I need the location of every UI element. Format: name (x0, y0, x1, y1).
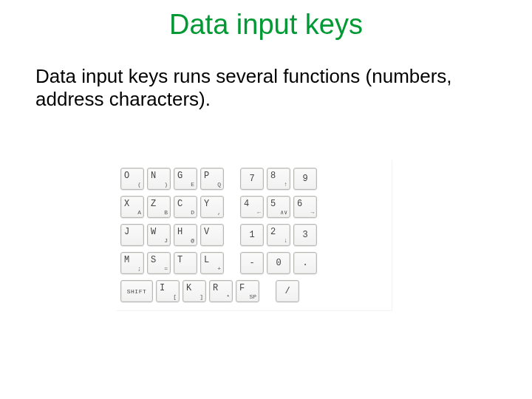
keyboard-row: J WJ H@ V 1 2↓ 3 (120, 224, 386, 246)
key: H@ (174, 224, 197, 246)
key: 8↑ (267, 168, 290, 190)
key: 0 (267, 252, 290, 274)
keyboard-row: SHIFT I[ K] R* FSP / (120, 280, 386, 302)
key: 5∧∨ (267, 196, 290, 218)
key: 4← (240, 196, 264, 218)
key-gap (227, 196, 237, 218)
key: 7 (240, 168, 264, 190)
key: XA (120, 196, 144, 218)
key: 3 (293, 224, 317, 246)
key: M; (120, 252, 144, 274)
key: 2↓ (267, 224, 290, 246)
key: WJ (147, 224, 171, 246)
shift-key: SHIFT (120, 280, 153, 302)
slide: Data input keys Data input keys runs sev… (0, 0, 532, 399)
key: L+ (200, 252, 224, 274)
key: O( (120, 168, 144, 190)
key: S= (147, 252, 171, 274)
key: 1 (240, 224, 264, 246)
key: R* (209, 280, 233, 302)
keyboard-image: O( N) GE PQ 7 8↑ 9 XA ZB CD Y, 4← 5∧∨ 6→… (115, 160, 392, 310)
key: 9 (293, 168, 317, 190)
key: K] (183, 280, 206, 302)
key-gap (227, 168, 237, 190)
key: ZB (147, 196, 171, 218)
key: Y, (200, 196, 224, 218)
slide-title: Data input keys (0, 9, 532, 41)
key: - (240, 252, 264, 274)
keyboard-row: XA ZB CD Y, 4← 5∧∨ 6→ (120, 196, 386, 218)
key: PQ (200, 168, 224, 190)
key-gap (227, 252, 237, 274)
key: FSP (236, 280, 259, 302)
keyboard-row: O( N) GE PQ 7 8↑ 9 (120, 168, 386, 190)
key: T (174, 252, 197, 274)
key: GE (174, 168, 197, 190)
key: / (276, 280, 299, 302)
key-gap (227, 224, 237, 246)
key: J (120, 224, 144, 246)
key: N) (147, 168, 171, 190)
keyboard-row: M; S= T L+ - 0 . (120, 252, 386, 274)
slide-body: Data input keys runs several functions (… (35, 65, 488, 111)
key: V (200, 224, 224, 246)
key-gap (262, 280, 273, 302)
key: I[ (156, 280, 180, 302)
key: . (293, 252, 317, 274)
key: 6→ (293, 196, 317, 218)
key: CD (174, 196, 197, 218)
